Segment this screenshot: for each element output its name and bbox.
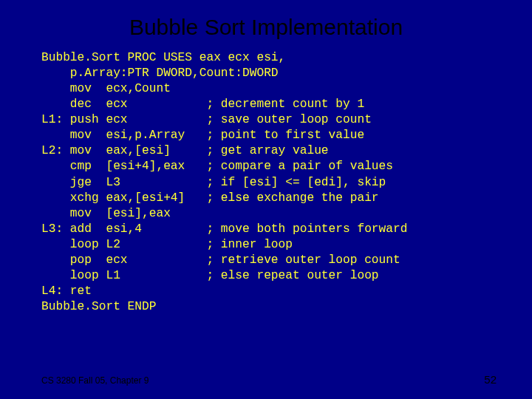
code-line: pop ecx ; retrieve outer loop count [41,253,400,267]
code-line: L2: mov eax,[esi] ; get array value [41,144,329,157]
code-line: dec ecx ; decrement count by 1 [41,98,364,111]
code-line: Bubble.Sort ENDP [41,300,156,313]
code-line: mov ecx,Count [41,82,171,95]
code-line: mov [esi],eax [41,207,171,220]
code-line: L3: add esi,4 ; move both pointers forwa… [41,222,407,236]
slide-number: 52 [484,373,497,386]
code-line: loop L2 ; inner loop [41,238,293,251]
code-line: L4: ret [41,284,92,298]
code-line: xchg eax,[esi+4] ; else exchange the pai… [41,191,379,205]
footer-course: CS 3280 Fall 05, Chapter 9 [41,375,149,386]
code-line: jge L3 ; if [esi] <= [edi], skip [41,176,386,189]
code-line: loop L1 ; else repeat outer loop [41,269,379,282]
code-line: mov esi,p.Array ; point to first value [41,129,364,142]
slide-title: Bubble Sort Implementation [0,0,532,50]
code-block: Bubble.Sort PROC USES eax ecx esi, p.Arr… [41,50,532,315]
slide: Bubble Sort Implementation Bubble.Sort P… [0,0,532,399]
code-line: Bubble.Sort PROC USES eax ecx esi, [41,51,285,64]
code-line: L1: push ecx ; save outer loop count [41,113,372,126]
code-line: p.Array:PTR DWORD,Count:DWORD [41,66,279,80]
code-line: cmp [esi+4],eax ; compare a pair of valu… [41,160,393,173]
